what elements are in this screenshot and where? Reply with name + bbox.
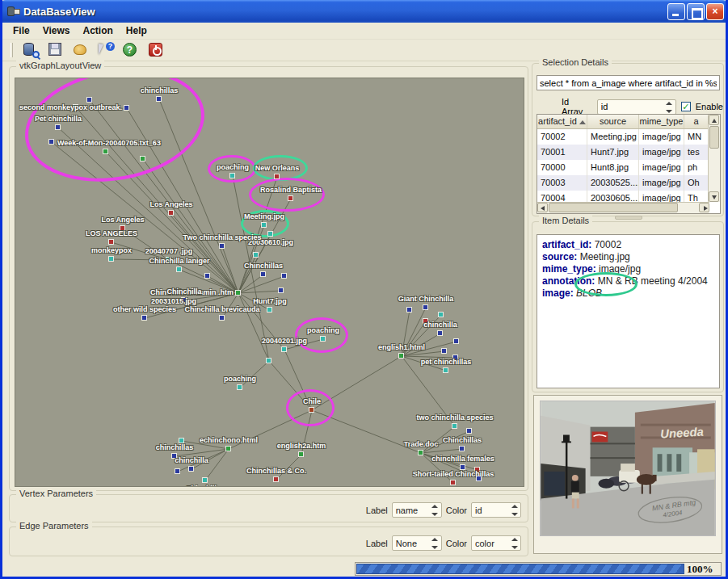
scroll-down-button[interactable] bbox=[709, 191, 719, 202]
table-cell[interactable]: 70003 bbox=[537, 175, 587, 191]
splitter-grip[interactable] bbox=[615, 216, 642, 220]
query-input[interactable] bbox=[537, 75, 720, 90]
table-cell[interactable]: MN bbox=[684, 129, 709, 145]
scroll-right-button[interactable] bbox=[699, 203, 709, 212]
graph-node[interactable] bbox=[171, 453, 177, 459]
table-cell[interactable]: Meeting.jpg bbox=[587, 129, 639, 145]
table-row[interactable]: 70000Hunt8.jpgimage/jpgph bbox=[537, 160, 720, 175]
graph-node[interactable] bbox=[320, 336, 326, 342]
graph-node[interactable] bbox=[398, 353, 404, 359]
graph-node[interactable] bbox=[253, 252, 259, 258]
graph-node[interactable] bbox=[274, 174, 280, 179]
graph-node[interactable] bbox=[476, 476, 482, 481]
graph-node[interactable] bbox=[204, 273, 210, 279]
graph-node[interactable] bbox=[437, 330, 443, 336]
hand-icon[interactable] bbox=[72, 42, 90, 58]
graph-node[interactable] bbox=[474, 467, 480, 472]
graph-node[interactable] bbox=[266, 358, 271, 363]
table-vertical-scrollbar[interactable] bbox=[708, 115, 720, 202]
enable-checkbox[interactable]: ✓ bbox=[681, 102, 691, 111]
table-cell[interactable]: Hunt7.jpg bbox=[587, 145, 639, 160]
minimize-button[interactable] bbox=[667, 3, 685, 20]
table-cell[interactable]: Oh bbox=[684, 175, 709, 191]
graph-node[interactable] bbox=[124, 105, 129, 111]
scroll-left-button[interactable] bbox=[537, 203, 548, 212]
graph-canvas[interactable]: chinchillassecond monkeypox outbreak.Pet… bbox=[15, 78, 524, 487]
database-query-icon[interactable] bbox=[22, 42, 40, 58]
graph-node[interactable] bbox=[168, 210, 174, 216]
graph-node[interactable] bbox=[309, 407, 314, 413]
graph-node[interactable] bbox=[108, 239, 114, 245]
table-row[interactable]: 70002Meeting.jpgimage/jpgMN bbox=[537, 129, 720, 145]
graph-node[interactable] bbox=[175, 468, 180, 474]
graph-node[interactable] bbox=[108, 256, 114, 262]
spinner-icon[interactable] bbox=[431, 538, 440, 549]
graph-node[interactable] bbox=[170, 307, 176, 313]
title-bar[interactable]: DataBaseView × bbox=[0, 0, 728, 23]
graph-node[interactable] bbox=[219, 243, 225, 249]
graph-node[interactable] bbox=[73, 104, 78, 110]
close-button[interactable]: × bbox=[706, 3, 724, 20]
graph-node[interactable] bbox=[202, 477, 208, 483]
table-cell[interactable]: tes bbox=[684, 145, 709, 160]
column-header-artifact-id[interactable]: artifact_id bbox=[537, 115, 587, 128]
scroll-thumb[interactable] bbox=[709, 126, 719, 149]
graph-node[interactable] bbox=[229, 173, 235, 178]
spinner-icon[interactable] bbox=[431, 505, 440, 516]
column-header-source[interactable]: source bbox=[587, 115, 639, 128]
table-cell[interactable]: image/jpg bbox=[639, 129, 684, 145]
graph-node[interactable] bbox=[288, 195, 293, 201]
graph-node[interactable] bbox=[103, 149, 108, 154]
table-cell[interactable]: 70000 bbox=[537, 160, 587, 175]
graph-node[interactable] bbox=[261, 222, 267, 228]
graph-node[interactable] bbox=[166, 257, 171, 262]
graph-node[interactable] bbox=[141, 315, 147, 321]
graph-node[interactable] bbox=[267, 307, 272, 313]
graph-node[interactable] bbox=[406, 307, 412, 313]
graph-node[interactable] bbox=[179, 438, 184, 443]
graph-node[interactable] bbox=[459, 446, 465, 451]
help-icon[interactable]: ? bbox=[122, 42, 140, 58]
graph-node[interactable] bbox=[225, 446, 231, 451]
save-icon[interactable] bbox=[47, 42, 65, 58]
id-array-combo[interactable]: id bbox=[597, 99, 676, 115]
table-row[interactable]: 7000320030525....image/jpgOh bbox=[537, 175, 720, 191]
graph-node[interactable] bbox=[86, 97, 92, 103]
menu-file[interactable]: File bbox=[7, 23, 36, 38]
graph-node[interactable] bbox=[278, 287, 284, 293]
column-header-mime-type[interactable]: mime_type bbox=[639, 115, 684, 128]
graph-node[interactable] bbox=[281, 273, 287, 279]
vertex-label-combo[interactable]: name bbox=[392, 502, 442, 518]
graph-node[interactable] bbox=[120, 225, 125, 231]
graph-node[interactable] bbox=[188, 466, 194, 472]
toolbar-grip[interactable] bbox=[11, 43, 13, 57]
menu-help[interactable]: Help bbox=[120, 23, 153, 38]
scroll-thumb[interactable] bbox=[549, 203, 678, 212]
graph-node[interactable] bbox=[418, 450, 423, 455]
spinner-icon[interactable] bbox=[665, 102, 674, 113]
column-header-annotation[interactable]: a bbox=[684, 115, 709, 128]
graph-node[interactable] bbox=[441, 348, 447, 354]
graph-node[interactable] bbox=[423, 318, 428, 324]
spinner-icon[interactable] bbox=[510, 505, 519, 516]
table-cell[interactable]: image/jpg bbox=[639, 145, 684, 160]
graph-node[interactable] bbox=[260, 271, 266, 277]
exit-icon[interactable] bbox=[147, 42, 165, 58]
graph-node[interactable] bbox=[438, 312, 444, 317]
graph-node[interactable] bbox=[423, 304, 428, 310]
table-cell[interactable]: 20030525.... bbox=[587, 175, 639, 191]
maximize-button[interactable] bbox=[687, 3, 705, 20]
graph-node[interactable] bbox=[453, 338, 459, 344]
graph-node[interactable] bbox=[443, 367, 448, 373]
table-cell[interactable]: Hunt8.jpg bbox=[587, 160, 639, 175]
table-row[interactable]: 70001Hunt7.jpgimage/jpgtes bbox=[537, 145, 720, 160]
table-horizontal-scrollbar[interactable] bbox=[537, 202, 709, 213]
table-cell[interactable]: 70002 bbox=[537, 129, 587, 145]
graph-node[interactable] bbox=[281, 346, 287, 352]
graph-node[interactable] bbox=[298, 451, 304, 457]
graph-node[interactable] bbox=[452, 423, 457, 429]
table-cell[interactable]: image/jpg bbox=[639, 160, 684, 175]
graph-node[interactable] bbox=[156, 96, 162, 102]
table-cell[interactable]: 70001 bbox=[537, 145, 587, 160]
graph-node[interactable] bbox=[235, 290, 241, 296]
